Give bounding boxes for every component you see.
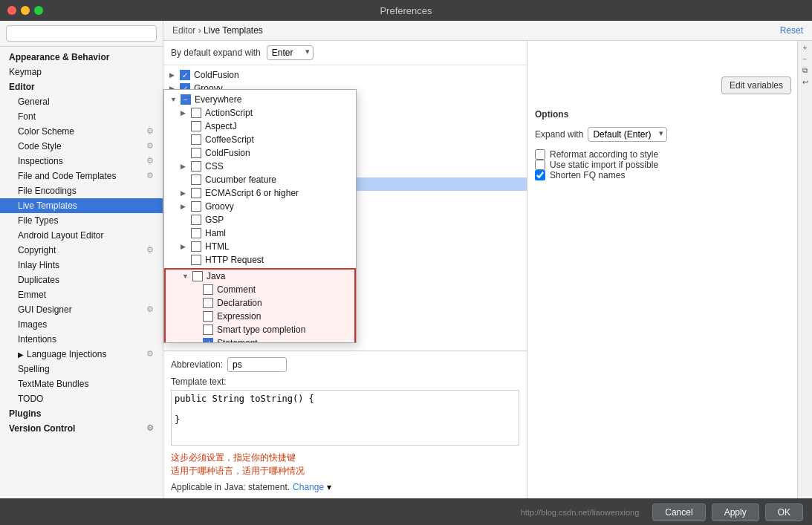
sidebar-item-label: General: [18, 97, 50, 107]
option-checkbox-reformat[interactable]: [535, 149, 545, 160]
search-input[interactable]: [6, 25, 157, 42]
sidebar-item-color-scheme[interactable]: Color Scheme⚙: [0, 124, 163, 139]
sidebar-item-inspections[interactable]: Inspections⚙: [0, 154, 163, 169]
dd-checkbox[interactable]: [191, 228, 201, 238]
dd-item-java-expression[interactable]: Expression: [166, 310, 354, 323]
dd-checkbox[interactable]: [203, 298, 213, 308]
sidebar-item-version-control[interactable]: Version Control⚙: [0, 421, 163, 436]
dd-item-aspectj[interactable]: AspectJ: [164, 120, 356, 133]
maximize-button[interactable]: [34, 6, 43, 15]
sidebar-item-spelling[interactable]: Spelling: [0, 362, 163, 376]
sidebar-list: Appearance & BehaviorKeymapEditorGeneral…: [0, 47, 163, 498]
dd-item-java-statement[interactable]: ✓Statement: [166, 336, 354, 342]
sidebar-item-file-code-templates[interactable]: File and Code Templates⚙: [0, 169, 163, 183]
sidebar-item-keymap[interactable]: Keymap: [0, 65, 163, 79]
sidebar-item-todo[interactable]: TODO: [0, 391, 163, 406]
dd-item-label: HTML: [205, 241, 230, 252]
dd-arrow-icon: ▼: [182, 273, 192, 280]
sidebar-item-file-encodings[interactable]: File Encodings: [0, 183, 163, 198]
option-checkbox-static-import[interactable]: [535, 160, 545, 170]
gear-icon: ⚙: [146, 171, 154, 180]
ok-button[interactable]: OK: [765, 503, 803, 521]
apply-button[interactable]: Apply: [712, 503, 759, 521]
dd-checkbox[interactable]: [191, 121, 201, 131]
dd-checkbox[interactable]: [191, 241, 201, 252]
dd-item-ecmascript[interactable]: ▶ECMAScript 6 or higher: [164, 186, 356, 200]
dd-checkbox[interactable]: ✓: [203, 338, 213, 342]
sidebar-item-inlay-hints[interactable]: Inlay Hints: [0, 258, 163, 273]
undo-button[interactable]: ↩: [799, 78, 811, 86]
close-button[interactable]: [7, 6, 16, 15]
minimize-button[interactable]: [21, 6, 30, 15]
sidebar-item-duplicates[interactable]: Duplicates: [0, 273, 163, 287]
window-controls[interactable]: [7, 6, 43, 15]
sidebar-item-language-injections[interactable]: ▶Language Injections⚙: [0, 347, 163, 362]
sidebar-item-general[interactable]: General: [0, 94, 163, 109]
dd-item-cucumber[interactable]: Cucumber feature: [164, 173, 356, 186]
dd-checkbox[interactable]: [191, 215, 201, 225]
dd-checkbox[interactable]: [203, 311, 213, 322]
copy-template-button[interactable]: ⧉: [799, 66, 811, 75]
sidebar-item-textmate-bundles[interactable]: TextMate Bundles: [0, 376, 163, 391]
expand-select[interactable]: Enter Tab Space: [267, 45, 314, 60]
dd-checkbox[interactable]: [191, 255, 201, 265]
dd-item-haml[interactable]: Haml: [164, 226, 356, 240]
dd-item-java-declaration[interactable]: Declaration: [166, 296, 354, 310]
annotation-box: 这步必须设置，指定你的快捷键 适用于哪种语言，适用于哪种情况: [171, 451, 519, 477]
scrollbar-buttons: + − ⧉ ↩: [797, 41, 812, 498]
tree-arrow-icon: ▶: [169, 71, 180, 79]
dd-checkbox[interactable]: −: [181, 94, 191, 105]
dd-item-groovy-dd[interactable]: ▶Groovy: [164, 200, 356, 213]
tree-item-coldfusion[interactable]: ▶✓ColdFusion: [163, 68, 527, 82]
reset-button[interactable]: Reset: [780, 25, 803, 36]
expand-select-wrapper: Enter Tab Space: [267, 45, 314, 60]
sidebar-item-copyright[interactable]: Copyright⚙: [0, 243, 163, 258]
dd-item-coldfusion-dd[interactable]: ColdFusion: [164, 146, 356, 160]
dd-item-actionscript[interactable]: ▶ActionScript: [164, 106, 356, 120]
sidebar-item-appearance[interactable]: Appearance & Behavior: [0, 50, 163, 65]
dd-item-html[interactable]: ▶HTML: [164, 240, 356, 253]
cancel-button[interactable]: Cancel: [652, 503, 705, 521]
dd-checkbox[interactable]: [191, 108, 201, 118]
dd-checkbox[interactable]: [191, 161, 201, 172]
sidebar-item-editor[interactable]: Editor: [0, 79, 163, 94]
dd-checkbox[interactable]: [191, 201, 201, 212]
template-text-area[interactable]: public String toString() { }: [171, 390, 519, 446]
sidebar-item-intentions[interactable]: Intentions: [0, 332, 163, 347]
dd-checkbox[interactable]: [191, 134, 201, 145]
sidebar-item-images[interactable]: Images: [0, 317, 163, 332]
sidebar-item-emmet[interactable]: Emmet: [0, 287, 163, 302]
template-detail: Abbreviation: Template text: public Stri…: [163, 350, 527, 498]
dd-item-http-request-dd[interactable]: HTTP Request: [164, 253, 356, 267]
dd-item-everywhere[interactable]: ▼−Everywhere: [164, 93, 356, 106]
option-checkbox-shorten-fq[interactable]: [535, 170, 545, 180]
remove-template-button[interactable]: −: [799, 55, 811, 63]
dd-item-java-smart[interactable]: Smart type completion: [166, 323, 354, 336]
sidebar-item-live-templates[interactable]: Live Templates: [0, 198, 163, 213]
dd-item-coffeescript[interactable]: CoffeeScript: [164, 133, 356, 146]
sidebar-item-plugins[interactable]: Plugins: [0, 406, 163, 421]
abbreviation-input[interactable]: [227, 357, 287, 372]
sidebar-item-gui-designer[interactable]: GUI Designer⚙: [0, 302, 163, 317]
expand-arrow-icon: ▶: [18, 350, 24, 359]
dd-checkbox[interactable]: [191, 148, 201, 158]
dd-checkbox[interactable]: [203, 284, 213, 295]
dd-item-css[interactable]: ▶CSS: [164, 160, 356, 173]
sidebar-item-font[interactable]: Font: [0, 109, 163, 124]
tree-checkbox[interactable]: ✓: [180, 70, 190, 80]
dd-item-java-dd[interactable]: ▼Java: [166, 270, 354, 283]
dd-checkbox[interactable]: [191, 188, 201, 198]
sidebar-item-code-style[interactable]: Code Style⚙: [0, 139, 163, 154]
expand-with-select[interactable]: Default (Enter) Enter Tab: [588, 127, 667, 142]
sidebar-item-android-layout[interactable]: Android Layout Editor: [0, 228, 163, 243]
sidebar-item-label: Duplicates: [18, 275, 59, 285]
dd-item-gsp-dd[interactable]: GSP: [164, 213, 356, 226]
sidebar-item-file-types[interactable]: File Types: [0, 213, 163, 228]
change-link[interactable]: Change: [293, 482, 324, 492]
add-template-button[interactable]: +: [799, 44, 811, 52]
dd-item-java-comment[interactable]: Comment: [166, 283, 354, 296]
edit-variables-button[interactable]: Edit variables: [721, 76, 791, 94]
dd-checkbox[interactable]: [191, 175, 201, 185]
dd-checkbox[interactable]: [192, 271, 203, 281]
dd-checkbox[interactable]: [203, 325, 213, 335]
